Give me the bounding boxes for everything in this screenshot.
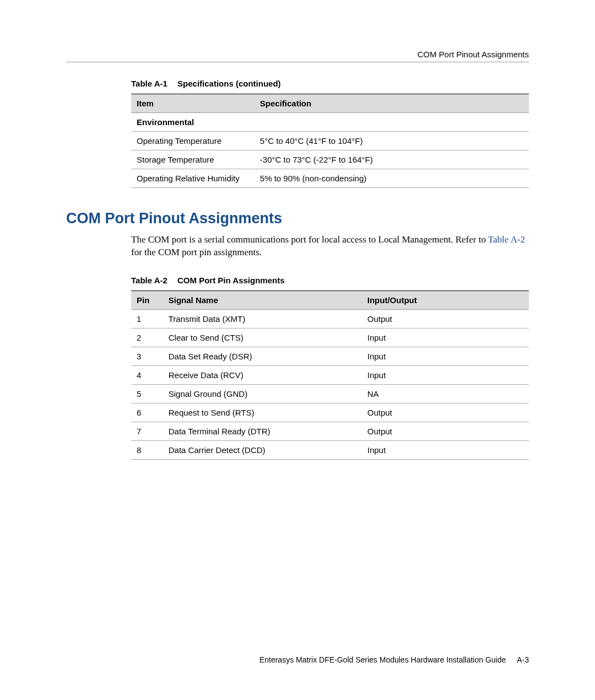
table-row: 5 Signal Ground (GND) NA: [131, 384, 529, 403]
cell-pin: 4: [131, 365, 163, 384]
cell-signal: Clear to Send (CTS): [163, 328, 362, 347]
table-row: 3 Data Set Ready (DSR) Input: [131, 347, 529, 365]
cell-spec: 5% to 90% (non-condensing): [255, 169, 529, 188]
table2-caption-number: Table A-2: [131, 276, 167, 285]
cell-io: Output: [362, 422, 529, 440]
table-row: Operating Temperature 5°C to 40°C (41°F …: [131, 132, 529, 150]
cell-io: Input: [362, 365, 529, 384]
cell-pin: 7: [131, 422, 163, 440]
page-header: COM Port Pinout Assignments: [66, 50, 529, 59]
page-footer: Enterasys Matrix DFE-Gold Series Modules…: [259, 655, 529, 664]
cell-spec: -30°C to 73°C (-22°F to 164°F): [255, 150, 529, 169]
table1-caption-title: Specifications (continued): [177, 79, 281, 88]
cell-io: Input: [362, 440, 529, 459]
footer-text: Enterasys Matrix DFE-Gold Series Modules…: [259, 655, 506, 664]
cell-item: Operating Temperature: [131, 132, 255, 150]
cell-item: Storage Temperature: [131, 150, 255, 169]
cell-item: Operating Relative Humidity: [131, 169, 255, 188]
cell-pin: 8: [131, 440, 163, 459]
specs-table: Item Specification Environmental Operati…: [131, 94, 529, 188]
header-rule: [66, 62, 529, 62]
section-body: The COM port is a serial communications …: [131, 234, 529, 259]
cell-pin: 2: [131, 328, 163, 347]
table-row: 6 Request to Send (RTS) Output: [131, 403, 529, 422]
cell-io: Input: [362, 347, 529, 365]
table-row: 1 Transmit Data (XMT) Output: [131, 309, 529, 328]
table-section-label: Environmental: [131, 113, 529, 132]
cell-signal: Request to Send (RTS): [163, 403, 362, 422]
table-section-row: Environmental: [131, 113, 529, 132]
cell-signal: Receive Data (RCV): [163, 365, 362, 384]
cell-signal: Data Terminal Ready (DTR): [163, 422, 362, 440]
col-item: Item: [131, 94, 255, 113]
table2-caption: Table A-2 COM Port Pin Assignments: [131, 276, 529, 285]
cell-signal: Signal Ground (GND): [163, 384, 362, 403]
body-text-pre: The COM port is a serial communications …: [131, 234, 488, 245]
cell-io: Output: [362, 403, 529, 422]
table-row: Storage Temperature -30°C to 73°C (-22°F…: [131, 150, 529, 169]
table-row: Operating Relative Humidity 5% to 90% (n…: [131, 169, 529, 188]
col-spec: Specification: [255, 94, 529, 113]
table-row: 2 Clear to Send (CTS) Input: [131, 328, 529, 347]
col-signal: Signal Name: [163, 290, 362, 309]
table1-caption: Table A-1 Specifications (continued): [131, 79, 529, 88]
cell-io: NA: [362, 384, 529, 403]
table-row: 7 Data Terminal Ready (DTR) Output: [131, 422, 529, 440]
cell-pin: 5: [131, 384, 163, 403]
cell-signal: Data Carrier Detect (DCD): [163, 440, 362, 459]
cell-signal: Data Set Ready (DSR): [163, 347, 362, 365]
section-heading: COM Port Pinout Assignments: [66, 210, 529, 227]
table-header-row: Item Specification: [131, 94, 529, 113]
table1-caption-number: Table A-1: [131, 79, 167, 88]
cell-signal: Transmit Data (XMT): [163, 309, 362, 328]
table-ref-link[interactable]: Table A-2: [488, 234, 525, 245]
table2-caption-title: COM Port Pin Assignments: [177, 276, 284, 285]
table-row: 8 Data Carrier Detect (DCD) Input: [131, 440, 529, 459]
col-io: Input/Output: [362, 290, 529, 309]
table-row: 4 Receive Data (RCV) Input: [131, 365, 529, 384]
col-pin: Pin: [131, 290, 163, 309]
page-number: A-3: [517, 655, 529, 664]
cell-io: Output: [362, 309, 529, 328]
cell-io: Input: [362, 328, 529, 347]
cell-pin: 1: [131, 309, 163, 328]
body-text-post: for the COM port pin assignments.: [131, 247, 262, 257]
cell-spec: 5°C to 40°C (41°F to 104°F): [255, 132, 529, 150]
pinout-table: Pin Signal Name Input/Output 1 Transmit …: [131, 290, 529, 460]
table-header-row: Pin Signal Name Input/Output: [131, 290, 529, 309]
cell-pin: 6: [131, 403, 163, 422]
cell-pin: 3: [131, 347, 163, 365]
